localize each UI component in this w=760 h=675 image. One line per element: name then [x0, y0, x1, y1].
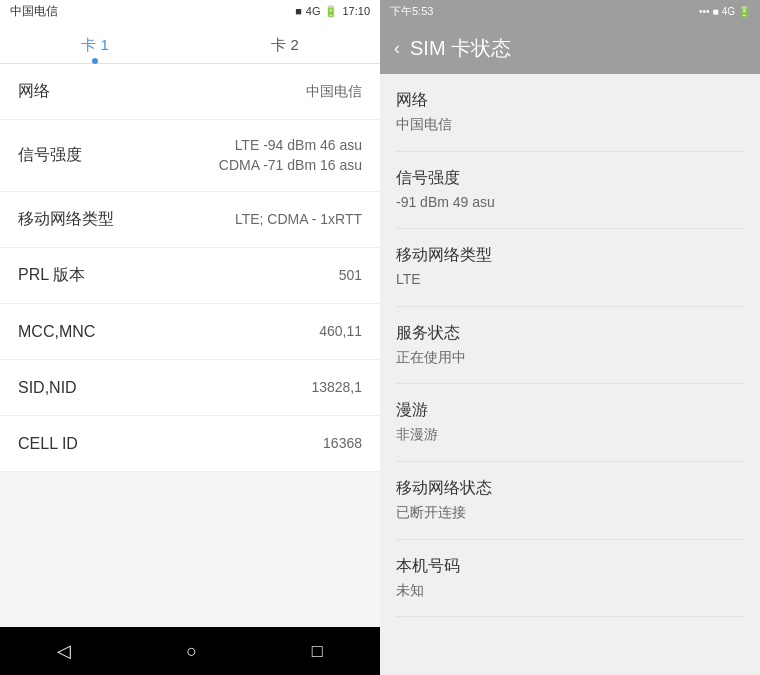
label-sidnid: SID,NID	[18, 379, 77, 397]
detail-label-phone-number: 本机号码	[396, 556, 744, 577]
detail-list: 网络 中国电信 信号强度 -91 dBm 49 asu 移动网络类型 LTE 服…	[380, 74, 760, 675]
value-sidnid: 13828,1	[311, 378, 362, 398]
detail-row-service: 服务状态 正在使用中	[396, 307, 744, 385]
detail-value-service: 正在使用中	[396, 348, 744, 368]
detail-label-service: 服务状态	[396, 323, 744, 344]
detail-label-network: 网络	[396, 90, 744, 111]
label-network: 网络	[18, 81, 50, 102]
value-prl: 501	[339, 266, 362, 286]
page-title: SIM 卡状态	[410, 35, 511, 62]
detail-row-roaming: 漫游 非漫游	[396, 384, 744, 462]
value-signal: LTE -94 dBm 46 asu CDMA -71 dBm 16 asu	[219, 136, 362, 175]
label-network-type: 移动网络类型	[18, 209, 114, 230]
tab-card2[interactable]: 卡 2	[190, 26, 380, 63]
detail-value-phone-number: 未知	[396, 581, 744, 601]
row-network: 网络 中国电信	[0, 64, 380, 120]
status-bar-left: 中国电信 ■ 4G 🔋 17:10	[0, 0, 380, 22]
right-icons-left: ■ 4G 🔋 17:10	[295, 5, 370, 18]
back-button[interactable]: ◁	[37, 632, 91, 670]
dots-icon: •••	[699, 6, 710, 17]
info-list: 网络 中国电信 信号强度 LTE -94 dBm 46 asu CDMA -71…	[0, 64, 380, 627]
right-panel: 下午5:53 ••• ■ 4G 🔋 ‹ SIM 卡状态 网络 中国电信 信号强度…	[380, 0, 760, 675]
value-cellid: 16368	[323, 434, 362, 454]
row-mccmnc: MCC,MNC 460,11	[0, 304, 380, 360]
signal-icon-right: 4G	[722, 6, 735, 17]
detail-row-network: 网络 中国电信	[396, 74, 744, 152]
wifi-icon-right: ■	[713, 6, 719, 17]
value-network: 中国电信	[306, 82, 362, 102]
row-signal: 信号强度 LTE -94 dBm 46 asu CDMA -71 dBm 16 …	[0, 120, 380, 192]
label-signal: 信号强度	[18, 145, 82, 166]
detail-row-network-type: 移动网络类型 LTE	[396, 229, 744, 307]
row-prl: PRL 版本 501	[0, 248, 380, 304]
row-sidnid: SID,NID 13828,1	[0, 360, 380, 416]
detail-label-signal: 信号强度	[396, 168, 744, 189]
carrier-left: 中国电信	[10, 3, 58, 20]
detail-value-mobile-status: 已断开连接	[396, 503, 744, 523]
row-cellid: CELL ID 16368	[0, 416, 380, 472]
label-mccmnc: MCC,MNC	[18, 323, 95, 341]
title-bar: ‹ SIM 卡状态	[380, 22, 760, 74]
left-panel: 中国电信 ■ 4G 🔋 17:10 卡 1 卡 2 网络 中国电信 信号强度 L…	[0, 0, 380, 675]
detail-value-network: 中国电信	[396, 115, 744, 135]
value-network-type: LTE; CDMA - 1xRTT	[235, 210, 362, 230]
back-arrow-icon[interactable]: ‹	[394, 38, 400, 59]
status-bar-right: 下午5:53 ••• ■ 4G 🔋	[380, 0, 760, 22]
detail-row-signal: 信号强度 -91 dBm 49 asu	[396, 152, 744, 230]
recent-button[interactable]: □	[292, 633, 343, 670]
detail-value-roaming: 非漫游	[396, 425, 744, 445]
detail-row-mobile-status: 移动网络状态 已断开连接	[396, 462, 744, 540]
home-button[interactable]: ○	[166, 633, 217, 670]
nav-bar-left: ◁ ○ □	[0, 627, 380, 675]
label-cellid: CELL ID	[18, 435, 78, 453]
detail-label-network-type: 移动网络类型	[396, 245, 744, 266]
signal-icon-left: 4G	[306, 5, 321, 17]
battery-icon-right: 🔋	[738, 6, 750, 17]
tab-card1[interactable]: 卡 1	[0, 26, 190, 63]
wifi-icon-left: ■	[295, 5, 302, 17]
detail-row-phone-number: 本机号码 未知	[396, 540, 744, 618]
time-left: 17:10	[342, 5, 370, 17]
detail-label-roaming: 漫游	[396, 400, 744, 421]
detail-label-mobile-status: 移动网络状态	[396, 478, 744, 499]
battery-icon-left: 🔋	[324, 5, 338, 18]
label-prl: PRL 版本	[18, 265, 85, 286]
value-mccmnc: 460,11	[319, 322, 362, 342]
right-icons-right: ••• ■ 4G 🔋	[699, 6, 750, 17]
row-network-type: 移动网络类型 LTE; CDMA - 1xRTT	[0, 192, 380, 248]
detail-value-signal: -91 dBm 49 asu	[396, 193, 744, 213]
time-right: 下午5:53	[390, 4, 433, 19]
tabs-container: 卡 1 卡 2	[0, 22, 380, 64]
detail-value-network-type: LTE	[396, 270, 744, 290]
